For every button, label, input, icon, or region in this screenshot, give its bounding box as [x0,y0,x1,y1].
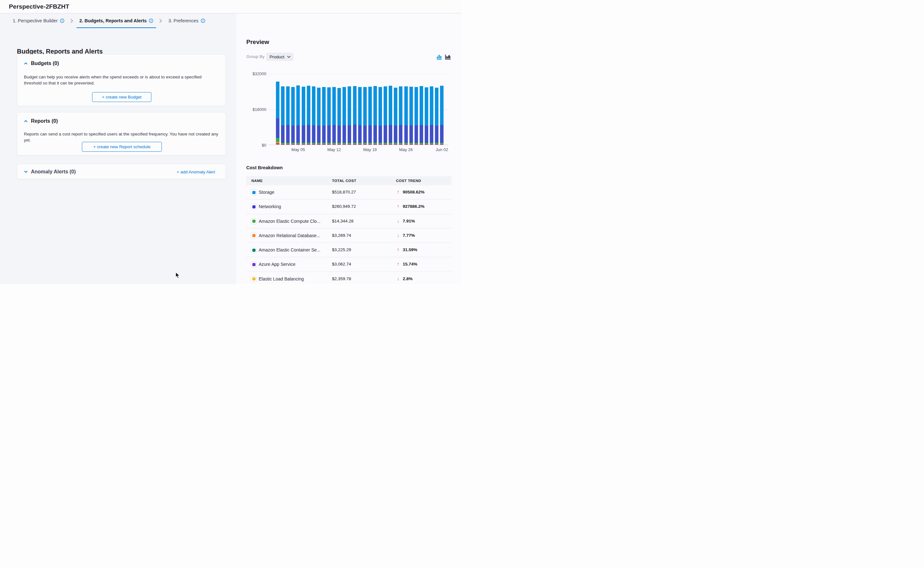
bar-segment [312,144,315,144]
area-chart-toggle-icon[interactable] [445,54,451,60]
reports-card-header[interactable]: Reports (0) [24,118,58,124]
row-name: Storage [259,190,274,195]
info-icon[interactable] [149,18,153,23]
bar-segment [281,143,285,144]
bar-segment [276,118,279,138]
bar-segment [291,125,295,143]
bar-segment [430,86,433,125]
bar-segment [317,125,321,143]
legend-swatch [251,204,257,210]
row-name: Amazon Relational Database... [259,233,320,238]
budgets-description: Budget can help you receive alerts when … [24,74,219,86]
bar-segment [302,143,305,144]
row-name: Amazon Elastic Container Se... [259,247,321,252]
x-axis-label: May 19 [359,147,381,152]
bar-segment [420,125,423,143]
window-header: Perspective-2FBZHT [0,0,462,14]
bar-segment [317,88,321,125]
bar-segment [348,144,351,144]
bar-segment [440,86,443,125]
trend-up-arrow-icon: ↑ [397,203,399,209]
budgets-card-header[interactable]: Budgets (0) [24,60,59,66]
bar-segment [440,125,443,143]
bar-segment [322,125,326,143]
bar-segment [420,86,423,125]
tab-perspective-builder[interactable]: 1. Perspective Builder [10,14,67,28]
bar-segment [399,144,402,144]
table-row: Amazon Elastic Compute Clo...$14,344.28↓… [246,214,451,228]
bar-segment [276,144,279,144]
bar-segment [394,88,397,126]
bar-segment [281,125,285,143]
bar-segment [322,87,326,125]
anomaly-card-header[interactable]: Anomaly Alerts (0) [24,169,76,175]
row-total-cost: $3,269.74 [332,233,351,238]
bar-segment [332,125,336,143]
create-report-schedule-button[interactable]: + create new Report schedule [82,142,162,152]
row-total-cost: $260,949.72 [332,204,356,209]
tab-preferences[interactable]: 3. Preferences [165,14,208,28]
bar-segment [296,85,300,125]
bar-segment [425,144,428,144]
bar-segment [384,143,387,144]
trend-up-arrow-icon: ↑ [397,261,399,266]
bar-segment [317,144,321,144]
bar-segment [394,143,397,144]
bar-segment [399,125,402,143]
row-name: Elastic Load Balancing [259,276,304,281]
bar-segment [409,87,413,125]
bar-segment [440,143,443,144]
table-row: Networking$260,949.72↑927886.2% [246,199,451,214]
tab-label: 3. Preferences [168,18,198,23]
row-cost-trend: 2.8% [403,276,413,281]
create-budget-button[interactable]: + create new Budget [92,92,151,102]
bar-segment [384,86,387,125]
bar-segment [420,144,423,144]
bar-segment [342,125,346,143]
bar-segment [353,144,357,144]
y-axis-label: $16000 [238,107,266,112]
bar-segment [378,125,382,143]
bar-segment [307,86,311,125]
left-column: 1. Perspective Builder 2. Budgets, Repor… [0,14,237,284]
bar-chart-toggle-icon[interactable] [437,54,443,60]
row-name: Azure App Service [259,262,295,267]
x-tick-mark [334,145,335,146]
bar-segment [342,87,346,125]
group-by-select[interactable]: Product [266,53,294,61]
row-name: Amazon Elastic Compute Clo... [259,219,321,224]
bar-segment [358,125,362,143]
x-tick-mark [442,145,442,146]
chevron-up-icon [24,62,28,65]
table-row: Amazon Relational Database...$3,269.74↓7… [246,228,451,243]
bar-segment [374,143,377,144]
bar-segment [420,143,423,144]
table-body: Storage$518,870.27↑90508.62%Networking$2… [246,185,451,284]
legend-swatch [251,261,257,267]
chevron-up-icon [24,120,28,122]
bar-segment [302,87,305,125]
tab-budgets-reports-alerts[interactable]: 2. Budgets, Reports and Alerts [77,14,156,28]
bar-segment [276,144,279,145]
bar-segment [430,144,433,144]
add-anomaly-alert-link[interactable]: + add Anomaly Alert [177,169,215,174]
info-icon[interactable] [201,18,205,23]
info-icon[interactable] [60,18,64,23]
page-title: Perspective-2FBZHT [9,3,69,10]
bar-segment [363,87,367,125]
bar-segment [425,87,428,125]
column-header-name: NAME [252,179,262,183]
row-total-cost: $2,359.78 [332,276,351,281]
preview-title: Preview [246,39,269,45]
row-total-cost: $3,225.29 [332,247,351,252]
bar-segment [296,144,300,144]
bar-segment [415,144,418,144]
bar-segment [327,87,331,125]
bar-segment [363,144,367,144]
legend-swatch [251,276,257,282]
legend-swatch [251,233,257,239]
bar-segment [322,144,326,144]
bar-segment [286,86,289,125]
trend-up-arrow-icon: ↑ [397,247,399,252]
cost-breakdown-table: NAME TOTAL COST COST TREND Storage$518,8… [246,176,451,284]
